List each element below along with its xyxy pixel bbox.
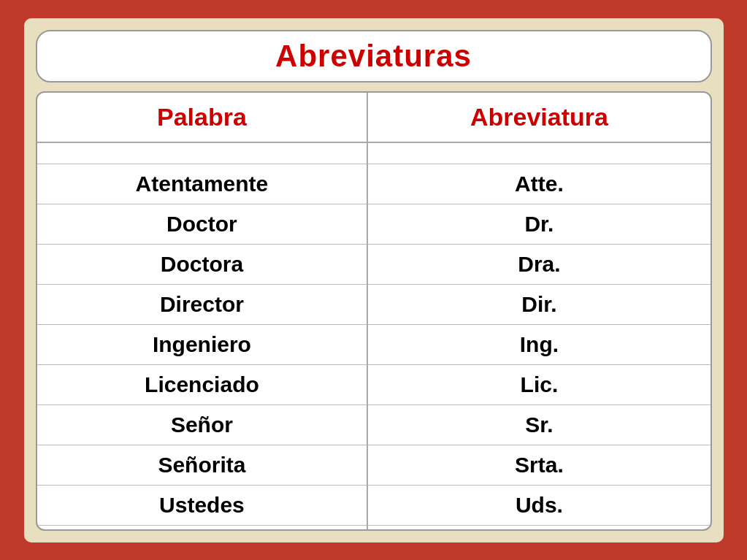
empty-row-top bbox=[37, 142, 710, 164]
table-row: IngenieroIng. bbox=[37, 325, 710, 365]
cell-palabra: Ustedes bbox=[37, 486, 368, 526]
cell-palabra: Director bbox=[37, 285, 368, 325]
table-row: DirectorDir. bbox=[37, 285, 710, 325]
cell-palabra: Doctora bbox=[37, 245, 368, 285]
cell-palabra: Licenciado bbox=[37, 365, 368, 405]
table-row: DoctoraDra. bbox=[37, 245, 710, 285]
cell-palabra: Señor bbox=[37, 405, 368, 445]
table-row: SeñorSr. bbox=[37, 405, 710, 445]
cell-abreviatura: Sr. bbox=[367, 405, 710, 445]
table-header-row: Palabra Abreviatura bbox=[37, 93, 710, 142]
empty-row-bottom bbox=[37, 526, 710, 531]
cell-abreviatura: Atte. bbox=[367, 164, 710, 204]
cell-abreviatura: Lic. bbox=[367, 365, 710, 405]
table-container: Palabra Abreviatura AtentamenteAtte.Doct… bbox=[36, 91, 712, 531]
cell-palabra: Ingeniero bbox=[37, 325, 368, 365]
table-row: SeñoritaSrta. bbox=[37, 445, 710, 486]
cell-abreviatura: Dr. bbox=[367, 204, 710, 245]
cell-abreviatura: Srta. bbox=[367, 445, 710, 486]
col-header-palabra: Palabra bbox=[37, 93, 368, 142]
cell-abreviatura: Ing. bbox=[367, 325, 710, 365]
table-row: LicenciadoLic. bbox=[37, 365, 710, 405]
cell-palabra: Atentamente bbox=[37, 164, 368, 204]
table-row: UstedesUds. bbox=[37, 486, 710, 526]
abbreviations-table: Palabra Abreviatura AtentamenteAtte.Doct… bbox=[37, 93, 710, 531]
page-title: Abreviaturas bbox=[275, 39, 472, 73]
col-header-abreviatura: Abreviatura bbox=[367, 93, 710, 142]
cell-abreviatura: Uds. bbox=[367, 486, 710, 526]
cell-abreviatura: Dra. bbox=[367, 245, 710, 285]
table-row: DoctorDr. bbox=[37, 204, 710, 245]
cell-palabra: Señorita bbox=[37, 445, 368, 486]
main-container: Abreviaturas Palabra Abreviatura Atentam… bbox=[20, 14, 728, 547]
table-row: AtentamenteAtte. bbox=[37, 164, 710, 204]
cell-palabra: Doctor bbox=[37, 204, 368, 245]
cell-abreviatura: Dir. bbox=[367, 285, 710, 325]
title-box: Abreviaturas bbox=[36, 30, 712, 83]
